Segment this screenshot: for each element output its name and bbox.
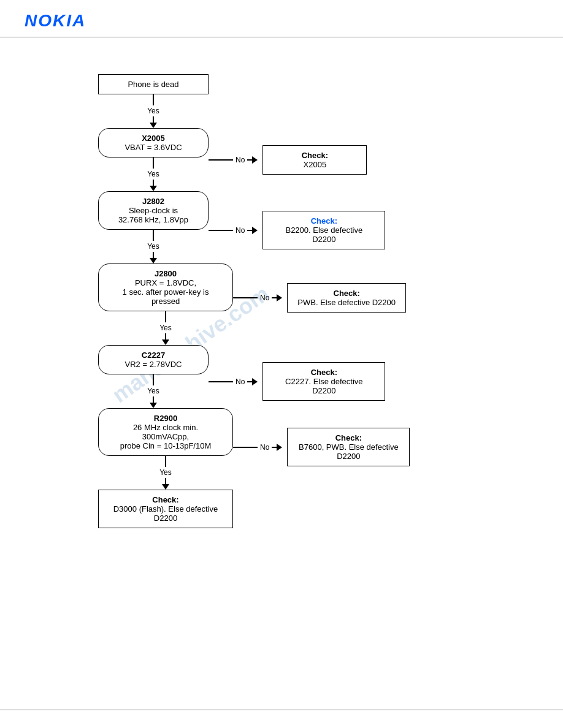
- flow-container: Phone is dead Yes X2005 VBAT = 3.6VDC: [98, 74, 410, 528]
- final-node-title: Check:: [109, 495, 223, 504]
- check-c2227-title: Check:: [273, 368, 375, 377]
- row-r2900: R2900 26 MHz clock min. 300mVACpp, probe…: [98, 408, 410, 490]
- start-node-col: Phone is dead Yes: [98, 74, 209, 128]
- check-r2900-body: B7600, PWB. Else defective D2200: [297, 442, 399, 461]
- start-node: Phone is dead: [98, 74, 209, 94]
- j2802-col: J2802 Sleep-clock is 32.768 kHz, 1.8Vpp …: [98, 191, 209, 264]
- arrow-right: [277, 294, 282, 301]
- yes-connector-1: Yes: [147, 94, 159, 128]
- yes-label-6: Yes: [159, 468, 172, 477]
- check-j2800: Check: PWB. Else defective D2200: [287, 283, 406, 313]
- j2802-body1: Sleep-clock is: [109, 206, 198, 215]
- j2800-title: J2800: [109, 269, 223, 278]
- row-x2005: X2005 VBAT = 3.6VDC Yes No Check:: [98, 128, 367, 191]
- arrow-down: [162, 484, 169, 490]
- final-node: Check: D3000 (Flash). Else defective D22…: [98, 490, 233, 528]
- arrow-right: [252, 227, 258, 234]
- check-c2227-body: C2227. Else defective D2200: [273, 377, 375, 395]
- check-c2227: Check: C2227. Else defective D2200: [262, 362, 385, 401]
- j2800-body2: 1 sec. after power-key is pressed: [109, 287, 223, 306]
- no-connector-2: No Check: B2200. Else defective D2200: [209, 211, 385, 249]
- start-node-text: Phone is dead: [128, 80, 178, 89]
- c2227-body1: VR2 = 2.78VDC: [109, 360, 198, 369]
- yes-connector-6: Yes: [159, 456, 172, 490]
- j2802-title: J2802: [109, 197, 198, 206]
- no-connector-1: No Check: X2005: [209, 145, 367, 175]
- final-node-body: D3000 (Flash). Else defective D2200: [109, 504, 223, 523]
- no-connector-5: No Check: B7600, PWB. Else defective D22…: [233, 428, 410, 466]
- no-label-3: No: [260, 294, 269, 302]
- check-j2802-body: B2200. Else defective D2200: [273, 226, 375, 244]
- v-line: [153, 252, 154, 258]
- flowchart-area: manualshive.com Phone is dead Yes X2005 …: [0, 37, 563, 565]
- page-header: NOKIA: [0, 0, 563, 37]
- yes-connector-2: Yes: [147, 157, 159, 191]
- check-x2005-title: Check:: [273, 151, 356, 160]
- r2900-title: R2900: [109, 414, 223, 423]
- row-j2802: J2802 Sleep-clock is 32.768 kHz, 1.8Vpp …: [98, 191, 385, 264]
- h-line: [233, 297, 258, 298]
- arrow-down: [150, 403, 157, 408]
- row-c2227: C2227 VR2 = 2.78VDC Yes No Check: C2227.…: [98, 345, 385, 408]
- v-line: [153, 230, 154, 241]
- v-line: [153, 157, 154, 169]
- nokia-logo: NOKIA: [25, 11, 538, 31]
- v-line: [153, 94, 154, 105]
- h-line: [233, 447, 258, 448]
- yes-connector-4: Yes: [159, 311, 172, 345]
- h-line: [272, 297, 277, 298]
- c2227-col: C2227 VR2 = 2.78VDC Yes: [98, 345, 209, 408]
- no-label-4: No: [236, 377, 245, 386]
- no-label-5: No: [260, 443, 269, 452]
- x2005-node: X2005 VBAT = 3.6VDC: [98, 128, 209, 157]
- arrow-down: [150, 258, 157, 264]
- r2900-body2: probe Cin = 10-13pF/10M: [109, 441, 223, 450]
- arrow-down: [150, 123, 157, 128]
- v-line: [165, 456, 166, 467]
- r2900-col: R2900 26 MHz clock min. 300mVACpp, probe…: [98, 408, 233, 490]
- j2800-col: J2800 PURX = 1.8VDC, 1 sec. after power-…: [98, 264, 233, 345]
- h-line: [209, 381, 233, 382]
- v-line: [153, 374, 154, 385]
- arrow-right: [277, 444, 282, 451]
- check-j2800-body: PWB. Else defective D2200: [297, 298, 396, 307]
- arrow-down: [150, 186, 157, 191]
- v-line: [153, 396, 154, 403]
- r2900-node: R2900 26 MHz clock min. 300mVACpp, probe…: [98, 408, 233, 456]
- check-j2802-title: Check:: [273, 216, 375, 226]
- x2005-title: X2005: [109, 134, 198, 143]
- j2800-body1: PURX = 1.8VDC,: [109, 278, 223, 287]
- arrow-down: [162, 339, 169, 345]
- arrow-right: [252, 156, 258, 164]
- yes-label-4: Yes: [159, 324, 172, 332]
- j2802-node: J2802 Sleep-clock is 32.768 kHz, 1.8Vpp: [98, 191, 209, 230]
- no-label-2: No: [236, 226, 245, 235]
- r2900-body1: 26 MHz clock min. 300mVACpp,: [109, 423, 223, 441]
- x2005-body: VBAT = 3.6VDC: [109, 143, 198, 152]
- arrow-right: [252, 378, 258, 385]
- yes-label-5: Yes: [147, 387, 159, 395]
- v-line: [153, 180, 154, 186]
- h-line: [247, 381, 252, 382]
- j2802-body2: 32.768 kHz, 1.8Vpp: [109, 215, 198, 224]
- yes-label-3: Yes: [147, 242, 159, 251]
- yes-connector-3: Yes: [147, 230, 159, 264]
- v-line: [165, 478, 166, 484]
- check-r2900: Check: B7600, PWB. Else defective D2200: [287, 428, 410, 466]
- no-label-1: No: [236, 156, 245, 164]
- h-line: [247, 159, 252, 161]
- check-x2005-body: X2005: [273, 160, 356, 169]
- final-node-col: Check: D3000 (Flash). Else defective D22…: [98, 490, 233, 528]
- v-line: [153, 116, 154, 123]
- yes-label-1: Yes: [147, 107, 159, 115]
- h-line: [247, 230, 252, 231]
- h-line: [272, 447, 277, 448]
- v-line: [165, 311, 166, 322]
- no-connector-3: No Check: PWB. Else defective D2200: [233, 283, 406, 313]
- v-line: [165, 333, 166, 339]
- c2227-node: C2227 VR2 = 2.78VDC: [98, 345, 209, 374]
- row-j2800: J2800 PURX = 1.8VDC, 1 sec. after power-…: [98, 264, 406, 345]
- h-line: [209, 159, 233, 161]
- page-footer: [0, 710, 563, 728]
- check-x2005: Check: X2005: [262, 145, 367, 175]
